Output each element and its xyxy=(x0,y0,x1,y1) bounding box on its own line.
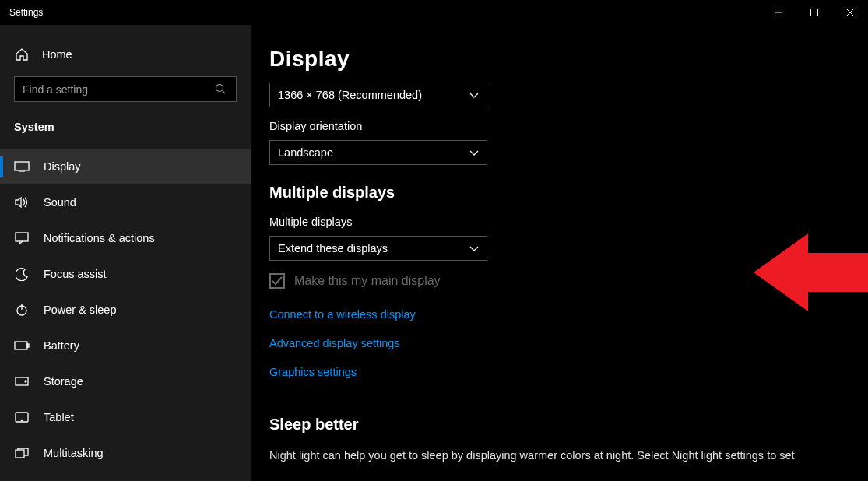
svg-rect-12 xyxy=(27,344,29,347)
window-controls xyxy=(761,0,868,25)
svg-rect-1 xyxy=(811,9,818,16)
multiple-displays-value: Extend these displays xyxy=(278,242,388,255)
maximize-button[interactable] xyxy=(796,0,832,25)
sidebar-section-heading: System xyxy=(0,113,251,149)
nav-list: Display Sound Notifications & actions Fo… xyxy=(0,149,251,471)
nav-item-tablet[interactable]: Tablet xyxy=(0,399,251,435)
window-title: Settings xyxy=(9,7,761,18)
nav-label: Battery xyxy=(44,339,79,352)
chevron-down-icon xyxy=(469,242,479,255)
close-button[interactable] xyxy=(832,0,868,25)
link-wireless-display[interactable]: Connect to a wireless display xyxy=(269,308,416,321)
battery-icon xyxy=(14,338,30,353)
home-icon xyxy=(14,47,30,62)
nav-label: Tablet xyxy=(44,411,74,423)
nav-label: Display xyxy=(44,160,81,173)
page-title: Display xyxy=(269,47,868,72)
svg-rect-6 xyxy=(15,162,29,170)
home-nav-item[interactable]: Home xyxy=(0,39,251,70)
svg-point-4 xyxy=(216,85,223,92)
nav-label: Storage xyxy=(44,375,83,388)
multiple-displays-dropdown[interactable]: Extend these displays xyxy=(269,236,487,261)
orientation-value: Landscape xyxy=(278,146,333,159)
power-icon xyxy=(14,302,30,318)
search-input[interactable] xyxy=(23,83,213,96)
sound-icon xyxy=(14,195,30,210)
main-display-checkbox xyxy=(269,273,285,289)
display-icon xyxy=(14,159,30,174)
sleep-better-description: Night light can help you get to sleep by… xyxy=(269,448,830,463)
svg-line-5 xyxy=(222,91,225,94)
chevron-down-icon xyxy=(469,146,479,159)
svg-marker-18 xyxy=(754,233,868,311)
home-label: Home xyxy=(42,48,72,61)
nav-label: Multitasking xyxy=(44,447,104,459)
storage-icon xyxy=(14,374,30,389)
search-box[interactable] xyxy=(14,76,237,102)
notifications-icon xyxy=(14,230,30,246)
multitasking-icon xyxy=(14,445,30,461)
tablet-icon xyxy=(14,409,30,425)
nav-item-battery[interactable]: Battery xyxy=(0,328,251,363)
sleep-better-heading: Sleep better xyxy=(269,416,868,434)
nav-item-display[interactable]: Display xyxy=(0,149,251,184)
link-advanced-display[interactable]: Advanced display settings xyxy=(269,337,400,349)
search-icon xyxy=(213,82,228,97)
svg-point-14 xyxy=(25,381,26,382)
link-graphics-settings[interactable]: Graphics settings xyxy=(269,366,357,378)
orientation-dropdown[interactable]: Landscape xyxy=(269,140,487,165)
main-content: Display 1366 × 768 (Recommended) Display… xyxy=(251,25,868,481)
multiple-displays-label: Multiple displays xyxy=(269,216,868,228)
svg-point-16 xyxy=(21,420,22,420)
svg-rect-8 xyxy=(16,233,28,241)
nav-label: Sound xyxy=(44,196,76,209)
nav-item-focus-assist[interactable]: Focus assist xyxy=(0,256,251,292)
nav-item-sound[interactable]: Sound xyxy=(0,184,251,220)
nav-label: Focus assist xyxy=(44,268,107,280)
nav-item-power-sleep[interactable]: Power & sleep xyxy=(0,292,251,328)
nav-item-multitasking[interactable]: Multitasking xyxy=(0,435,251,471)
titlebar: Settings xyxy=(0,0,868,25)
resolution-value: 1366 × 768 (Recommended) xyxy=(278,89,422,101)
chevron-down-icon xyxy=(469,89,479,101)
resolution-dropdown[interactable]: 1366 × 768 (Recommended) xyxy=(269,83,487,107)
sidebar: Home System Display Sound xyxy=(0,25,251,481)
nav-label: Notifications & actions xyxy=(44,232,155,244)
nav-item-storage[interactable]: Storage xyxy=(0,363,251,399)
minimize-button[interactable] xyxy=(761,0,796,25)
main-display-checkbox-row: Make this my main display xyxy=(269,273,868,289)
svg-rect-11 xyxy=(15,342,27,349)
multiple-displays-heading: Multiple displays xyxy=(269,184,868,202)
main-display-label: Make this my main display xyxy=(294,274,441,288)
orientation-label: Display orientation xyxy=(269,120,868,132)
svg-rect-17 xyxy=(16,450,24,458)
nav-label: Power & sleep xyxy=(44,304,117,316)
nav-item-notifications[interactable]: Notifications & actions xyxy=(0,220,251,256)
focus-assist-icon xyxy=(14,266,30,282)
